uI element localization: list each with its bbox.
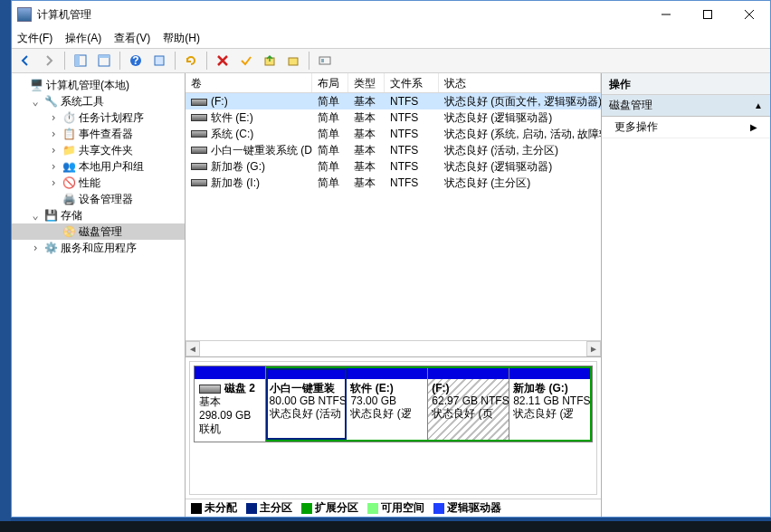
maximize-button[interactable]: [687, 1, 728, 28]
partition[interactable]: (F:)62.97 GB NTFS状态良好 (页: [428, 368, 509, 440]
legend-primary: 主分区: [246, 500, 292, 516]
actions-header: 操作: [602, 73, 770, 95]
partition-container: 小白一键重装80.00 GB NTFS状态良好 (活动软件 (E:)73.00 …: [266, 366, 592, 442]
menu-help[interactable]: 帮助(H): [163, 31, 200, 46]
col-layout[interactable]: 布局: [312, 73, 348, 92]
volume-row[interactable]: 新加卷 (I:)简单基本NTFS状态良好 (主分区): [186, 175, 601, 191]
volume-icon: [191, 147, 207, 154]
disk-type: 基本: [199, 395, 261, 409]
volume-list-header[interactable]: 卷 布局 类型 文件系统 状态: [186, 73, 601, 93]
disk-row[interactable]: 磁盘 2 基本 298.09 GB 联机 小白一键重装80.00 GB NTFS…: [194, 366, 593, 442]
volume-rows[interactable]: (F:)简单基本NTFS状态良好 (页面文件, 逻辑驱动器)软件 (E:)简单基…: [186, 93, 601, 340]
legend-logical: 逻辑驱动器: [433, 500, 501, 516]
help-button[interactable]: ?: [126, 51, 146, 71]
legend-free: 可用空间: [367, 500, 424, 516]
tree-performance[interactable]: ›🚫性能: [12, 175, 185, 191]
navigation-tree[interactable]: 🖥️计算机管理(本地) ⌄🔧系统工具 ›⏱️任务计划程序 ›📋事件查看器 ›📁共…: [12, 73, 186, 517]
legend-unalloc: 未分配: [191, 500, 237, 516]
menu-action[interactable]: 操作(A): [65, 31, 101, 46]
svg-text:?: ?: [132, 54, 138, 67]
check-button[interactable]: [236, 51, 256, 71]
menubar: 文件(F) 操作(A) 查看(V) 帮助(H): [12, 28, 770, 48]
partition[interactable]: 软件 (E:)73.00 GB状态良好 (逻: [347, 368, 428, 440]
volume-icon: [191, 114, 207, 121]
refresh-button[interactable]: [181, 51, 201, 71]
center-panel: 卷 布局 类型 文件系统 状态 (F:)简单基本NTFS状态良好 (页面文件, …: [186, 73, 602, 517]
volume-icon: [191, 163, 207, 170]
misc-button-2[interactable]: [283, 51, 303, 71]
legend-extended: 扩展分区: [301, 500, 358, 516]
svg-rect-0: [704, 11, 712, 19]
disk-graphic-panel: 磁盘 2 基本 298.09 GB 联机 小白一键重装80.00 GB NTFS…: [186, 357, 601, 517]
tree-storage[interactable]: ⌄💾存储: [12, 207, 185, 223]
volume-row[interactable]: 新加卷 (G:)简单基本NTFS状态良好 (逻辑驱动器): [186, 158, 601, 175]
tree-services-apps[interactable]: ›⚙️服务和应用程序: [12, 240, 185, 256]
col-type[interactable]: 类型: [348, 73, 385, 92]
tree-event-viewer[interactable]: ›📋事件查看器: [12, 126, 185, 142]
svg-rect-7: [155, 56, 164, 65]
volume-row[interactable]: 系统 (C:)简单基本NTFS状态良好 (系统, 启动, 活动, 故障转储): [186, 126, 601, 142]
volume-icon: [191, 99, 207, 106]
show-hide-tree-button[interactable]: [71, 51, 90, 71]
settings-button[interactable]: [315, 51, 335, 71]
minimize-button[interactable]: [645, 1, 687, 28]
volume-row[interactable]: 小白一键重装系统 (D:)简单基本NTFS状态良好 (活动, 主分区): [186, 142, 601, 158]
tree-shared-folders[interactable]: ›📁共享文件夹: [12, 142, 185, 158]
props-button[interactable]: [149, 51, 169, 71]
misc-button-1[interactable]: [260, 51, 280, 71]
svg-rect-2: [75, 55, 80, 66]
forward-button[interactable]: [39, 51, 59, 71]
partition[interactable]: 小白一键重装80.00 GB NTFS状态良好 (活动: [266, 368, 347, 440]
toolbar: ?: [12, 48, 770, 73]
tree-system-tools[interactable]: ⌄🔧系统工具: [12, 93, 185, 109]
partition[interactable]: 新加卷 (G:)82.11 GB NTFS状态良好 (逻: [509, 368, 590, 440]
titlebar[interactable]: 计算机管理: [12, 1, 770, 28]
actions-more[interactable]: 更多操作▶: [602, 117, 770, 138]
svg-rect-9: [289, 58, 298, 65]
tree-disk-management[interactable]: 📀磁盘管理: [12, 223, 185, 240]
disk-info[interactable]: 磁盘 2 基本 298.09 GB 联机: [195, 366, 266, 442]
tree-local-users[interactable]: ›👥本地用户和组: [12, 158, 185, 175]
submenu-icon: ▶: [750, 122, 757, 132]
app-icon: [17, 7, 32, 22]
col-status[interactable]: 状态: [439, 73, 601, 92]
scroll-right-icon[interactable]: ►: [586, 341, 601, 356]
view-button[interactable]: [94, 51, 114, 71]
menu-file[interactable]: 文件(F): [17, 31, 52, 46]
scroll-left-icon[interactable]: ◄: [186, 341, 200, 356]
svg-rect-11: [321, 59, 324, 62]
close-button[interactable]: [728, 1, 770, 28]
volume-icon: [191, 130, 207, 138]
actions-panel: 操作 磁盘管理▲ 更多操作▶: [602, 73, 770, 517]
disk-size: 298.09 GB: [199, 409, 261, 423]
col-volume[interactable]: 卷: [186, 73, 312, 92]
collapse-icon: ▲: [754, 100, 763, 110]
disk-online: 联机: [199, 423, 261, 436]
back-button[interactable]: [15, 51, 35, 71]
volume-list: 卷 布局 类型 文件系统 状态 (F:)简单基本NTFS状态良好 (页面文件, …: [186, 73, 601, 357]
svg-rect-10: [319, 57, 330, 64]
disk-label: 磁盘 2: [224, 382, 255, 394]
menu-view[interactable]: 查看(V): [114, 31, 150, 46]
legend: 未分配 主分区 扩展分区 可用空间 逻辑驱动器: [186, 499, 601, 517]
tree-root[interactable]: 🖥️计算机管理(本地): [12, 77, 185, 93]
volume-icon: [191, 179, 207, 186]
tree-device-manager[interactable]: 🖨️设备管理器: [12, 191, 185, 207]
volume-row[interactable]: (F:)简单基本NTFS状态良好 (页面文件, 逻辑驱动器): [186, 93, 601, 109]
volume-scrollbar[interactable]: ◄ ►: [186, 340, 601, 356]
col-filesystem[interactable]: 文件系统: [385, 73, 439, 92]
window-title: 计算机管理: [37, 7, 645, 23]
tree-task-scheduler[interactable]: ›⏱️任务计划程序: [12, 109, 185, 126]
delete-button[interactable]: [213, 51, 233, 71]
actions-section[interactable]: 磁盘管理▲: [602, 95, 770, 117]
volume-row[interactable]: 软件 (E:)简单基本NTFS状态良好 (逻辑驱动器): [186, 109, 601, 126]
svg-rect-4: [99, 55, 109, 58]
disk-icon: [199, 385, 221, 394]
compmgmt-window: 计算机管理 文件(F) 操作(A) 查看(V) 帮助(H) ? 🖥️计: [11, 0, 771, 518]
